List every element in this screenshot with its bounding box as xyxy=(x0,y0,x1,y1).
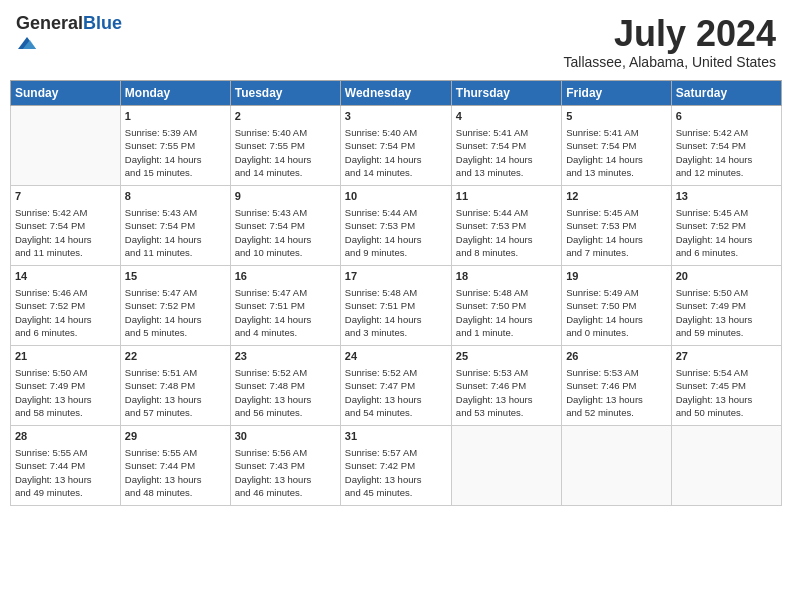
day-info-line: and 11 minutes. xyxy=(125,246,226,259)
day-info-line: Sunset: 7:55 PM xyxy=(125,139,226,152)
location-text: Tallassee, Alabama, United States xyxy=(564,54,776,70)
day-info-line: Daylight: 13 hours xyxy=(235,473,336,486)
day-info-line: Sunrise: 5:46 AM xyxy=(15,286,116,299)
day-number: 28 xyxy=(15,429,116,444)
day-info-line: Sunrise: 5:51 AM xyxy=(125,366,226,379)
day-info-line: and 9 minutes. xyxy=(345,246,447,259)
calendar-cell: 25Sunrise: 5:53 AMSunset: 7:46 PMDayligh… xyxy=(451,345,561,425)
day-info-line: and 14 minutes. xyxy=(235,166,336,179)
day-info-line: Sunset: 7:48 PM xyxy=(125,379,226,392)
day-info-line: and 0 minutes. xyxy=(566,326,666,339)
day-info-line: and 46 minutes. xyxy=(235,486,336,499)
day-info-line: Daylight: 13 hours xyxy=(676,313,777,326)
calendar-cell xyxy=(671,425,781,505)
day-number: 1 xyxy=(125,109,226,124)
calendar-cell: 27Sunrise: 5:54 AMSunset: 7:45 PMDayligh… xyxy=(671,345,781,425)
day-info-line: Sunrise: 5:55 AM xyxy=(125,446,226,459)
day-info-line: and 7 minutes. xyxy=(566,246,666,259)
day-info-line: Sunset: 7:44 PM xyxy=(15,459,116,472)
day-info-line: Sunrise: 5:42 AM xyxy=(15,206,116,219)
calendar-cell: 2Sunrise: 5:40 AMSunset: 7:55 PMDaylight… xyxy=(230,105,340,185)
calendar-cell: 22Sunrise: 5:51 AMSunset: 7:48 PMDayligh… xyxy=(120,345,230,425)
calendar-cell: 20Sunrise: 5:50 AMSunset: 7:49 PMDayligh… xyxy=(671,265,781,345)
day-number: 22 xyxy=(125,349,226,364)
day-number: 7 xyxy=(15,189,116,204)
day-info-line: Sunrise: 5:44 AM xyxy=(345,206,447,219)
day-info-line: Sunrise: 5:43 AM xyxy=(235,206,336,219)
day-info-line: and 12 minutes. xyxy=(676,166,777,179)
day-info-line: Sunrise: 5:41 AM xyxy=(566,126,666,139)
day-info-line: Daylight: 13 hours xyxy=(15,473,116,486)
calendar-cell: 9Sunrise: 5:43 AMSunset: 7:54 PMDaylight… xyxy=(230,185,340,265)
day-header-thursday: Thursday xyxy=(451,80,561,105)
calendar-cell: 8Sunrise: 5:43 AMSunset: 7:54 PMDaylight… xyxy=(120,185,230,265)
day-info-line: Daylight: 13 hours xyxy=(456,393,557,406)
day-info-line: Daylight: 13 hours xyxy=(345,393,447,406)
day-info-line: Sunrise: 5:48 AM xyxy=(456,286,557,299)
day-info-line: Sunset: 7:52 PM xyxy=(676,219,777,232)
day-info-line: and 5 minutes. xyxy=(125,326,226,339)
day-info-line: Sunset: 7:45 PM xyxy=(676,379,777,392)
calendar-cell: 11Sunrise: 5:44 AMSunset: 7:53 PMDayligh… xyxy=(451,185,561,265)
day-info-line: and 49 minutes. xyxy=(15,486,116,499)
day-number: 24 xyxy=(345,349,447,364)
calendar-cell: 19Sunrise: 5:49 AMSunset: 7:50 PMDayligh… xyxy=(562,265,671,345)
day-number: 10 xyxy=(345,189,447,204)
day-info-line: and 6 minutes. xyxy=(676,246,777,259)
day-info-line: Sunrise: 5:45 AM xyxy=(676,206,777,219)
day-info-line: Sunrise: 5:53 AM xyxy=(566,366,666,379)
day-info-line: Sunrise: 5:55 AM xyxy=(15,446,116,459)
day-info-line: Sunrise: 5:40 AM xyxy=(345,126,447,139)
day-info-line: and 50 minutes. xyxy=(676,406,777,419)
day-info-line: Daylight: 14 hours xyxy=(566,233,666,246)
day-header-saturday: Saturday xyxy=(671,80,781,105)
calendar-cell: 18Sunrise: 5:48 AMSunset: 7:50 PMDayligh… xyxy=(451,265,561,345)
page-header: GeneralBlue July 2024 Tallassee, Alabama… xyxy=(10,10,782,74)
day-info-line: Daylight: 13 hours xyxy=(15,393,116,406)
day-info-line: Sunset: 7:54 PM xyxy=(235,219,336,232)
calendar-cell: 1Sunrise: 5:39 AMSunset: 7:55 PMDaylight… xyxy=(120,105,230,185)
day-info-line: and 56 minutes. xyxy=(235,406,336,419)
calendar-table: SundayMondayTuesdayWednesdayThursdayFrid… xyxy=(10,80,782,506)
day-info-line: and 14 minutes. xyxy=(345,166,447,179)
logo-blue-text: Blue xyxy=(83,13,122,33)
day-info-line: Daylight: 14 hours xyxy=(456,153,557,166)
day-info-line: Sunset: 7:54 PM xyxy=(676,139,777,152)
day-info-line: and 13 minutes. xyxy=(566,166,666,179)
day-number: 4 xyxy=(456,109,557,124)
day-info-line: Sunset: 7:51 PM xyxy=(345,299,447,312)
day-info-line: Sunrise: 5:47 AM xyxy=(125,286,226,299)
calendar-cell: 21Sunrise: 5:50 AMSunset: 7:49 PMDayligh… xyxy=(11,345,121,425)
day-info-line: Sunset: 7:52 PM xyxy=(15,299,116,312)
day-info-line: Daylight: 14 hours xyxy=(676,153,777,166)
day-info-line: and 58 minutes. xyxy=(15,406,116,419)
day-info-line: Daylight: 14 hours xyxy=(566,153,666,166)
day-number: 17 xyxy=(345,269,447,284)
day-number: 31 xyxy=(345,429,447,444)
day-header-wednesday: Wednesday xyxy=(340,80,451,105)
day-info-line: and 13 minutes. xyxy=(456,166,557,179)
day-info-line: Daylight: 14 hours xyxy=(345,233,447,246)
calendar-cell: 13Sunrise: 5:45 AMSunset: 7:52 PMDayligh… xyxy=(671,185,781,265)
calendar-cell: 7Sunrise: 5:42 AMSunset: 7:54 PMDaylight… xyxy=(11,185,121,265)
day-number: 13 xyxy=(676,189,777,204)
day-info-line: Sunset: 7:49 PM xyxy=(15,379,116,392)
day-number: 6 xyxy=(676,109,777,124)
calendar-week-row: 1Sunrise: 5:39 AMSunset: 7:55 PMDaylight… xyxy=(11,105,782,185)
day-header-sunday: Sunday xyxy=(11,80,121,105)
day-info-line: Daylight: 14 hours xyxy=(345,153,447,166)
day-number: 2 xyxy=(235,109,336,124)
day-header-tuesday: Tuesday xyxy=(230,80,340,105)
calendar-week-row: 21Sunrise: 5:50 AMSunset: 7:49 PMDayligh… xyxy=(11,345,782,425)
day-info-line: Sunrise: 5:56 AM xyxy=(235,446,336,459)
day-info-line: Sunset: 7:53 PM xyxy=(566,219,666,232)
calendar-cell: 26Sunrise: 5:53 AMSunset: 7:46 PMDayligh… xyxy=(562,345,671,425)
calendar-cell: 6Sunrise: 5:42 AMSunset: 7:54 PMDaylight… xyxy=(671,105,781,185)
day-info-line: and 54 minutes. xyxy=(345,406,447,419)
day-info-line: Sunrise: 5:48 AM xyxy=(345,286,447,299)
day-number: 18 xyxy=(456,269,557,284)
day-info-line: Sunrise: 5:43 AM xyxy=(125,206,226,219)
day-info-line: Sunrise: 5:40 AM xyxy=(235,126,336,139)
day-info-line: and 57 minutes. xyxy=(125,406,226,419)
logo-icon xyxy=(18,34,36,52)
